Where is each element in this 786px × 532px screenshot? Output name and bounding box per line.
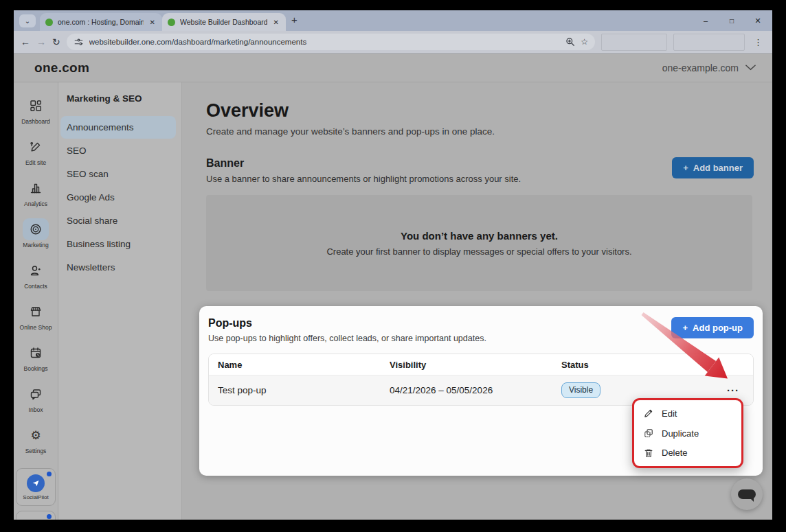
submenu-item-newsletters[interactable]: Newsletters bbox=[60, 256, 176, 279]
close-button[interactable]: ✕ bbox=[745, 10, 771, 31]
marketing-submenu: Marketing & SEO Announcements SEO SEO sc… bbox=[58, 82, 182, 520]
sidebar-item-settings[interactable]: ⚙ Settings bbox=[14, 419, 58, 460]
status-badge: Visible bbox=[561, 382, 600, 398]
back-icon[interactable]: ← bbox=[21, 36, 30, 47]
add-banner-button[interactable]: + Add banner bbox=[672, 157, 754, 178]
empty-state-description: Create your first banner to display mess… bbox=[326, 246, 631, 257]
tab-favicon bbox=[45, 19, 53, 26]
submenu-item-seo-scan[interactable]: SEO scan bbox=[60, 163, 176, 185]
tab-search-button[interactable]: ⌄ bbox=[19, 14, 36, 27]
partner-app-icon bbox=[28, 517, 43, 520]
dashboard-icon bbox=[23, 95, 49, 117]
chat-button[interactable] bbox=[731, 478, 763, 510]
domain-picker[interactable]: one-example.com bbox=[662, 62, 756, 73]
row-menu-icon[interactable]: ··· bbox=[727, 384, 753, 396]
storefront-icon bbox=[23, 301, 49, 323]
maximize-button[interactable]: □ bbox=[719, 10, 745, 31]
menu-item-edit[interactable]: Edit bbox=[634, 404, 741, 424]
sidebar-item-marketing[interactable]: Marketing bbox=[14, 213, 58, 254]
sidebar-item-partner-app[interactable] bbox=[16, 511, 56, 520]
forward-icon[interactable]: → bbox=[36, 36, 46, 47]
target-icon bbox=[23, 218, 49, 240]
tab-website-builder-dashboard[interactable]: Website Builder Dashboard ✕ bbox=[162, 13, 286, 31]
new-tab-button[interactable]: + bbox=[291, 14, 297, 25]
extension-placeholder bbox=[601, 34, 667, 51]
close-tab-icon[interactable]: ✕ bbox=[148, 19, 157, 26]
chat-bubble-icon bbox=[738, 489, 756, 499]
close-tab-icon[interactable]: ✕ bbox=[272, 19, 280, 26]
banner-description: Use a banner to share announcements or h… bbox=[206, 174, 521, 184]
sidebar-item-dashboard[interactable]: Dashboard bbox=[14, 89, 58, 130]
browser-toolbar: ← → ↻ websitebuilder.one.com/dashboard/m… bbox=[14, 31, 772, 54]
tab-onecom-home[interactable]: one.com : Hosting, Domain, Em ✕ bbox=[40, 13, 162, 31]
trash-icon bbox=[643, 448, 654, 459]
add-popup-button[interactable]: + Add pop-up bbox=[671, 317, 754, 338]
notification-dot bbox=[47, 514, 52, 519]
chevron-down-icon bbox=[745, 65, 756, 71]
sidebar-item-socialpilot[interactable]: SocialPilot bbox=[16, 468, 56, 506]
app-header: one.com one-example.com bbox=[14, 54, 772, 82]
socialpilot-icon bbox=[27, 474, 45, 492]
address-bar[interactable]: websitebuilder.one.com/dashboard/marketi… bbox=[67, 34, 595, 50]
popup-visibility: 04/21/2026 – 05/05/2026 bbox=[381, 385, 552, 395]
duplicate-icon bbox=[643, 428, 654, 439]
browser-window: ⌄ one.com : Hosting, Domain, Em ✕ Websit… bbox=[14, 10, 772, 520]
column-header-name: Name bbox=[209, 360, 381, 370]
popups-title: Pop-ups bbox=[208, 317, 486, 329]
page-title: Overview bbox=[206, 100, 772, 122]
sidebar-item-contacts[interactable]: Contacts bbox=[14, 254, 58, 295]
tab-strip: ⌄ one.com : Hosting, Domain, Em ✕ Websit… bbox=[14, 10, 772, 31]
popup-name: Test pop-up bbox=[209, 385, 381, 395]
sidebar-item-online-shop[interactable]: Online Shop bbox=[14, 295, 58, 336]
sidebar-item-analytics[interactable]: Analytics bbox=[14, 172, 58, 213]
sidebar-item-edit-site[interactable]: Edit site bbox=[14, 130, 58, 172]
calendar-clock-icon bbox=[23, 342, 49, 364]
site-settings-icon[interactable] bbox=[74, 37, 84, 47]
popups-card: Pop-ups Use pop-ups to highlight offers,… bbox=[199, 306, 763, 476]
minimize-button[interactable]: – bbox=[693, 10, 719, 31]
table-header-row: Name Visibility Status bbox=[209, 354, 753, 375]
banner-section: Banner Use a banner to share announcemen… bbox=[206, 157, 754, 184]
plus-icon: + bbox=[682, 323, 688, 333]
submenu-item-social-share[interactable]: Social share bbox=[60, 209, 176, 232]
column-header-status: Status bbox=[552, 360, 669, 370]
row-context-menu: Edit Duplicate Delete bbox=[632, 398, 743, 468]
submenu-item-announcements[interactable]: Announcements bbox=[60, 116, 176, 139]
banner-empty-state: You don’t have any banners yet. Create y… bbox=[206, 195, 752, 291]
window-controls: – □ ✕ bbox=[693, 10, 771, 31]
notification-dot bbox=[47, 472, 52, 476]
pencil-icon bbox=[643, 408, 654, 419]
popups-description: Use pop-ups to highlight offers, collect… bbox=[208, 334, 486, 343]
chevron-down-icon: ⌄ bbox=[25, 17, 30, 25]
menu-item-duplicate[interactable]: Duplicate bbox=[634, 424, 741, 443]
submenu-header: Marketing & SEO bbox=[67, 93, 181, 104]
bookmark-star-icon[interactable]: ☆ bbox=[581, 37, 588, 47]
banner-title: Banner bbox=[206, 157, 521, 170]
tab-title: Website Builder Dashboard bbox=[180, 18, 267, 26]
submenu-item-google-ads[interactable]: Google Ads bbox=[60, 186, 176, 209]
url-text[interactable]: websitebuilder.one.com/dashboard/marketi… bbox=[89, 38, 561, 46]
extension-placeholder bbox=[673, 34, 745, 51]
bar-chart-icon bbox=[23, 177, 49, 199]
gear-icon: ⚙ bbox=[23, 424, 49, 446]
domain-name: one-example.com bbox=[662, 62, 739, 73]
zoom-icon[interactable] bbox=[565, 37, 575, 47]
empty-state-title: You don’t have any banners yet. bbox=[401, 230, 558, 242]
reload-icon[interactable]: ↻ bbox=[52, 36, 60, 47]
plus-icon: + bbox=[683, 163, 688, 173]
tab-favicon bbox=[168, 19, 175, 26]
menu-item-delete[interactable]: Delete bbox=[634, 443, 741, 463]
page-subtitle: Create and manage your website’s banners… bbox=[206, 126, 772, 137]
onecom-logo[interactable]: one.com bbox=[34, 60, 89, 76]
column-header-visibility: Visibility bbox=[381, 360, 552, 370]
person-icon bbox=[23, 259, 49, 281]
submenu-item-seo[interactable]: SEO bbox=[60, 139, 176, 162]
submenu-item-business-listing[interactable]: Business listing bbox=[60, 233, 176, 255]
sidebar-item-bookings[interactable]: Bookings bbox=[14, 336, 58, 378]
chat-bubbles-icon bbox=[23, 383, 49, 405]
sidebar-item-inbox[interactable]: Inbox bbox=[14, 378, 58, 419]
browser-menu-icon[interactable]: ⋮ bbox=[751, 37, 765, 47]
tab-title: one.com : Hosting, Domain, Em bbox=[58, 18, 144, 26]
main-content: Overview Create and manage your website’… bbox=[182, 82, 772, 520]
pencil-route-icon bbox=[23, 136, 49, 158]
